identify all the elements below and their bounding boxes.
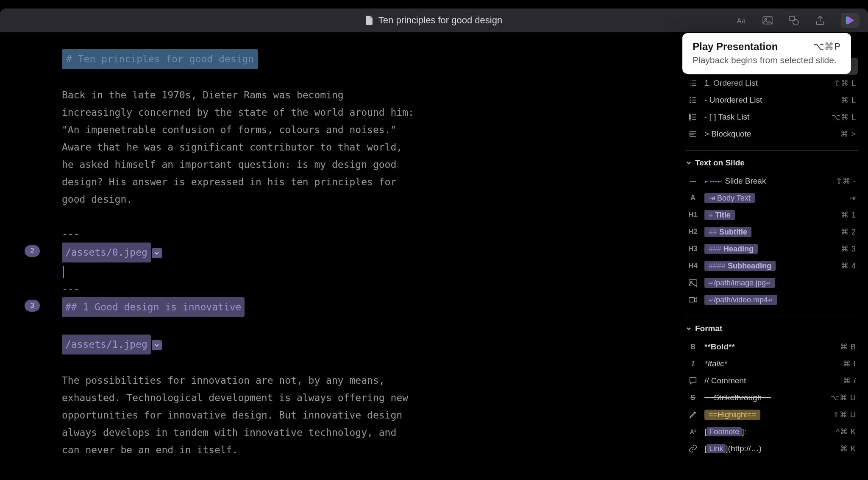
video-icon — [688, 295, 698, 304]
svg-rect-10 — [690, 119, 691, 120]
link-icon — [688, 444, 698, 453]
comment-icon — [688, 376, 698, 385]
editor-text: exhausted. Technological development is … — [25, 389, 677, 407]
chevron-down-icon[interactable] — [152, 248, 162, 258]
sidebar-item-format[interactable]: B**Bold**⌘ B — [686, 338, 858, 355]
svg-text:Aa: Aa — [737, 16, 746, 25]
sidebar-item-slide-break[interactable]: --- ↵---↵ Slide Break ⇧⌘ - — [686, 173, 858, 190]
editor-heading: # Ten principles for good design — [62, 49, 258, 69]
section-header-format[interactable]: Format — [686, 324, 858, 333]
sidebar-item-heading[interactable]: H4#### Subheading⌘ 4 — [686, 257, 858, 274]
editor-text: increasingly concerned by the state of t… — [25, 104, 677, 121]
highlight-icon — [688, 410, 698, 419]
editor-text: good design. — [25, 191, 677, 208]
chevron-down-icon — [686, 326, 692, 332]
sidebar-item-format[interactable]: ==Highlight==⇧⌘ U — [686, 406, 858, 423]
list-icon — [687, 78, 698, 88]
sidebar-item-heading[interactable]: H1# Title⌘ 1 — [686, 207, 858, 223]
document-title-group: Ten principles for good design — [366, 15, 502, 26]
sidebar-item-heading[interactable]: H2## Subtitle⌘ 2 — [686, 223, 858, 240]
sidebar-item-body-text[interactable]: A ⇥ Body Text ⇥ — [686, 190, 858, 207]
sidebar-item-format[interactable]: I*Italic*⌘ I — [686, 355, 858, 372]
sidebar-item-list[interactable]: 1. Ordered List⇧⌘ L — [686, 75, 858, 92]
svg-rect-8 — [690, 114, 691, 116]
editor-text: always develops in tandem with innovativ… — [25, 424, 677, 441]
section-header-text-on-slide[interactable]: Text on Slide — [686, 158, 858, 167]
sidebar-item-video[interactable]: ↵/path/video.mp4↵ — [686, 291, 858, 308]
play-button[interactable] — [841, 13, 860, 28]
editor-subheading: ## 1 Good design is innovative — [62, 297, 245, 317]
sidebar-item-format[interactable]: S~~Strikethrough~~⌥⌘ U — [686, 389, 858, 406]
sidebar-item-format[interactable]: // Comment⌘ / — [686, 372, 858, 389]
asset-path[interactable]: /assets/1.jpeg — [62, 335, 151, 354]
list-icon — [687, 112, 698, 122]
svg-rect-9 — [690, 116, 691, 118]
editor-text: Back in the late 1970s, Dieter Rams was … — [25, 87, 677, 104]
list-icon — [687, 129, 698, 139]
sidebar-item-format[interactable]: [Link](http://…)⌘ K — [686, 440, 858, 457]
editor-text: "An impenetrable confusion of forms, col… — [25, 121, 677, 139]
svg-point-4 — [793, 19, 798, 25]
svg-point-5 — [690, 98, 691, 98]
editor-text: Aware that he was a significant contribu… — [25, 139, 677, 156]
editor[interactable]: # Ten principles for good design Back in… — [0, 32, 677, 480]
document-icon — [366, 16, 373, 25]
text-style-icon[interactable]: Aa — [736, 15, 747, 26]
titlebar: Ten principles for good design Aa — [0, 8, 868, 32]
svg-rect-13 — [689, 298, 695, 302]
slide-break: --- — [25, 280, 677, 297]
editor-text: opportunities for innovative design. But… — [25, 407, 677, 424]
asset-path[interactable]: /assets/0.jpeg — [62, 243, 151, 262]
list-icon — [687, 95, 698, 105]
tooltip-shortcut: ⌥⌘P — [813, 41, 841, 52]
slide-break: --- — [25, 225, 677, 243]
sidebar-item-list[interactable]: - [ ] Task List⌥⌘ L — [686, 109, 858, 126]
slide-number-badge[interactable]: 3 — [25, 300, 40, 312]
tooltip-description: Playback begins from selected slide. — [693, 54, 841, 66]
chevron-down-icon[interactable] — [152, 340, 162, 350]
play-icon — [847, 17, 853, 24]
editor-text: he asked himself an important question: … — [25, 156, 677, 173]
editor-text: can never be an end in itself. — [25, 441, 677, 459]
share-icon[interactable] — [815, 15, 826, 26]
play-tooltip: Play Presentation ⌥⌘P Playback begins fr… — [682, 33, 851, 74]
sidebar: Sp 1. Ordered List⇧⌘ L- Unordered List⌘ … — [677, 32, 868, 480]
shapes-icon[interactable] — [788, 15, 799, 26]
sidebar-item-image[interactable]: ↵/path/image.jpg↵ — [686, 274, 858, 291]
tooltip-title: Play Presentation — [693, 41, 778, 53]
svg-point-7 — [690, 102, 691, 103]
sidebar-item-list[interactable]: > Blockquote⌘ > — [686, 126, 858, 142]
image-icon[interactable] — [762, 15, 773, 26]
sidebar-item-format[interactable]: A¹[Footnote]:^⌘ K — [686, 423, 858, 440]
image-icon — [688, 278, 698, 287]
text-cursor — [63, 266, 64, 278]
slide-number-badge[interactable]: 2 — [25, 245, 40, 257]
editor-text: design? His answer is expressed in his t… — [25, 173, 677, 191]
toolbar: Aa — [736, 13, 860, 28]
document-title: Ten principles for good design — [378, 15, 502, 26]
sidebar-item-list[interactable]: - Unordered List⌘ L — [686, 92, 858, 109]
chevron-down-icon — [686, 160, 692, 166]
editor-text: The possibilities for innovation are not… — [25, 372, 677, 389]
svg-point-6 — [690, 100, 691, 100]
sidebar-item-heading[interactable]: H3### Heading⌘ 3 — [686, 240, 858, 257]
svg-rect-11 — [689, 280, 697, 286]
